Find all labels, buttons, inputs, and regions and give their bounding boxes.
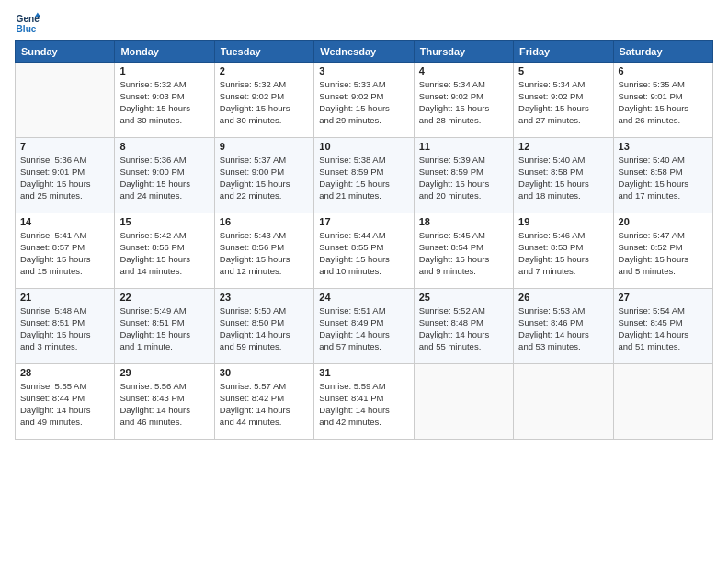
- calendar-cell: 11Sunrise: 5:39 AM Sunset: 8:59 PM Dayli…: [414, 138, 513, 213]
- calendar-cell: 16Sunrise: 5:43 AM Sunset: 8:56 PM Dayli…: [214, 213, 313, 289]
- calendar-week-2: 7Sunrise: 5:36 AM Sunset: 9:01 PM Daylig…: [16, 138, 713, 213]
- calendar-cell: 23Sunrise: 5:50 AM Sunset: 8:50 PM Dayli…: [214, 289, 313, 364]
- day-number: 28: [20, 367, 109, 378]
- day-info: Sunrise: 5:38 AM Sunset: 8:59 PM Dayligh…: [319, 154, 408, 201]
- calendar-cell: 31Sunrise: 5:59 AM Sunset: 8:41 PM Dayli…: [314, 364, 414, 440]
- day-number: 9: [220, 141, 309, 152]
- day-info: Sunrise: 5:47 AM Sunset: 8:52 PM Dayligh…: [619, 229, 708, 277]
- calendar-cell: 18Sunrise: 5:45 AM Sunset: 8:54 PM Dayli…: [414, 213, 513, 289]
- day-number: 27: [619, 292, 708, 303]
- logo: General Blue: [15, 11, 42, 37]
- day-info: Sunrise: 5:35 AM Sunset: 9:01 PM Dayligh…: [619, 78, 708, 126]
- weekday-header-sunday: Sunday: [16, 41, 115, 63]
- day-number: 5: [518, 65, 608, 76]
- day-number: 1: [119, 65, 209, 76]
- calendar-cell: 12Sunrise: 5:40 AM Sunset: 8:58 PM Dayli…: [514, 138, 613, 213]
- calendar-cell: [514, 364, 613, 440]
- day-number: 22: [119, 292, 209, 303]
- calendar-cell: 27Sunrise: 5:54 AM Sunset: 8:45 PM Dayli…: [613, 289, 712, 364]
- calendar-cell: 15Sunrise: 5:42 AM Sunset: 8:56 PM Dayli…: [115, 213, 214, 289]
- calendar-cell: 24Sunrise: 5:51 AM Sunset: 8:49 PM Dayli…: [314, 289, 414, 364]
- calendar-cell: 6Sunrise: 5:35 AM Sunset: 9:01 PM Daylig…: [613, 63, 712, 138]
- calendar-cell: [16, 63, 115, 138]
- day-number: 8: [119, 141, 209, 152]
- day-number: 29: [119, 367, 209, 378]
- day-number: 14: [20, 216, 109, 227]
- calendar-cell: 4Sunrise: 5:34 AM Sunset: 9:02 PM Daylig…: [414, 63, 513, 138]
- calendar-cell: 17Sunrise: 5:44 AM Sunset: 8:55 PM Dayli…: [314, 213, 414, 289]
- day-info: Sunrise: 5:55 AM Sunset: 8:44 PM Dayligh…: [20, 380, 109, 428]
- weekday-header-saturday: Saturday: [613, 41, 712, 63]
- day-number: 13: [619, 141, 708, 152]
- day-number: 10: [319, 141, 408, 152]
- weekday-header-monday: Monday: [115, 41, 214, 63]
- calendar-cell: 9Sunrise: 5:37 AM Sunset: 9:00 PM Daylig…: [214, 138, 313, 213]
- day-info: Sunrise: 5:40 AM Sunset: 8:58 PM Dayligh…: [518, 154, 608, 201]
- calendar-cell: 2Sunrise: 5:32 AM Sunset: 9:02 PM Daylig…: [214, 63, 313, 138]
- day-info: Sunrise: 5:53 AM Sunset: 8:46 PM Dayligh…: [518, 304, 608, 352]
- day-info: Sunrise: 5:50 AM Sunset: 8:50 PM Dayligh…: [220, 304, 309, 352]
- calendar-cell: [613, 364, 712, 440]
- day-number: 16: [220, 216, 309, 227]
- calendar-cell: 5Sunrise: 5:34 AM Sunset: 9:02 PM Daylig…: [514, 63, 613, 138]
- day-number: 11: [419, 141, 508, 152]
- day-number: 21: [20, 292, 109, 303]
- calendar-cell: 20Sunrise: 5:47 AM Sunset: 8:52 PM Dayli…: [613, 213, 712, 289]
- calendar-cell: 1Sunrise: 5:32 AM Sunset: 9:03 PM Daylig…: [115, 63, 214, 138]
- day-info: Sunrise: 5:49 AM Sunset: 8:51 PM Dayligh…: [119, 304, 209, 352]
- calendar-table: SundayMondayTuesdayWednesdayThursdayFrid…: [15, 40, 713, 440]
- calendar-week-5: 28Sunrise: 5:55 AM Sunset: 8:44 PM Dayli…: [16, 364, 713, 440]
- calendar-cell: 30Sunrise: 5:57 AM Sunset: 8:42 PM Dayli…: [214, 364, 313, 440]
- weekday-header-wednesday: Wednesday: [314, 41, 414, 63]
- calendar-cell: 28Sunrise: 5:55 AM Sunset: 8:44 PM Dayli…: [16, 364, 115, 440]
- day-info: Sunrise: 5:34 AM Sunset: 9:02 PM Dayligh…: [419, 78, 508, 126]
- day-number: 25: [419, 292, 508, 303]
- calendar-cell: 22Sunrise: 5:49 AM Sunset: 8:51 PM Dayli…: [115, 289, 214, 364]
- day-info: Sunrise: 5:32 AM Sunset: 9:02 PM Dayligh…: [220, 78, 309, 126]
- logo-icon: General Blue: [15, 11, 40, 37]
- day-number: 6: [619, 65, 708, 76]
- day-info: Sunrise: 5:46 AM Sunset: 8:53 PM Dayligh…: [518, 229, 608, 277]
- calendar-cell: 29Sunrise: 5:56 AM Sunset: 8:43 PM Dayli…: [115, 364, 214, 440]
- day-info: Sunrise: 5:39 AM Sunset: 8:59 PM Dayligh…: [419, 154, 508, 201]
- day-info: Sunrise: 5:48 AM Sunset: 8:51 PM Dayligh…: [20, 304, 109, 352]
- calendar-cell: 13Sunrise: 5:40 AM Sunset: 8:58 PM Dayli…: [613, 138, 712, 213]
- calendar-week-4: 21Sunrise: 5:48 AM Sunset: 8:51 PM Dayli…: [16, 289, 713, 364]
- weekday-header-thursday: Thursday: [414, 41, 513, 63]
- day-info: Sunrise: 5:59 AM Sunset: 8:41 PM Dayligh…: [319, 380, 408, 428]
- day-number: 15: [119, 216, 209, 227]
- day-number: 18: [419, 216, 508, 227]
- day-number: 19: [518, 216, 608, 227]
- day-number: 31: [319, 367, 408, 378]
- calendar-cell: 14Sunrise: 5:41 AM Sunset: 8:57 PM Dayli…: [16, 213, 115, 289]
- calendar-cell: 19Sunrise: 5:46 AM Sunset: 8:53 PM Dayli…: [514, 213, 613, 289]
- calendar-cell: 10Sunrise: 5:38 AM Sunset: 8:59 PM Dayli…: [314, 138, 414, 213]
- day-info: Sunrise: 5:56 AM Sunset: 8:43 PM Dayligh…: [119, 380, 209, 428]
- day-number: 23: [220, 292, 309, 303]
- calendar-cell: 21Sunrise: 5:48 AM Sunset: 8:51 PM Dayli…: [16, 289, 115, 364]
- day-number: 17: [319, 216, 408, 227]
- svg-text:Blue: Blue: [17, 24, 37, 34]
- day-info: Sunrise: 5:43 AM Sunset: 8:56 PM Dayligh…: [220, 229, 309, 277]
- calendar-cell: 26Sunrise: 5:53 AM Sunset: 8:46 PM Dayli…: [514, 289, 613, 364]
- calendar-cell: 7Sunrise: 5:36 AM Sunset: 9:01 PM Daylig…: [16, 138, 115, 213]
- day-info: Sunrise: 5:34 AM Sunset: 9:02 PM Dayligh…: [518, 78, 608, 126]
- day-info: Sunrise: 5:32 AM Sunset: 9:03 PM Dayligh…: [119, 78, 209, 126]
- day-number: 26: [518, 292, 608, 303]
- day-number: 12: [518, 141, 608, 152]
- day-info: Sunrise: 5:41 AM Sunset: 8:57 PM Dayligh…: [20, 229, 109, 277]
- day-info: Sunrise: 5:33 AM Sunset: 9:02 PM Dayligh…: [319, 78, 408, 126]
- day-info: Sunrise: 5:40 AM Sunset: 8:58 PM Dayligh…: [619, 154, 708, 201]
- day-info: Sunrise: 5:52 AM Sunset: 8:48 PM Dayligh…: [419, 304, 508, 352]
- weekday-header-tuesday: Tuesday: [214, 41, 313, 63]
- calendar-cell: 8Sunrise: 5:36 AM Sunset: 9:00 PM Daylig…: [115, 138, 214, 213]
- weekday-header-friday: Friday: [514, 41, 613, 63]
- day-info: Sunrise: 5:44 AM Sunset: 8:55 PM Dayligh…: [319, 229, 408, 277]
- day-info: Sunrise: 5:36 AM Sunset: 9:00 PM Dayligh…: [119, 154, 209, 201]
- calendar-week-1: 1Sunrise: 5:32 AM Sunset: 9:03 PM Daylig…: [16, 63, 713, 138]
- day-info: Sunrise: 5:37 AM Sunset: 9:00 PM Dayligh…: [220, 154, 309, 201]
- header: General Blue: [15, 11, 713, 37]
- day-info: Sunrise: 5:57 AM Sunset: 8:42 PM Dayligh…: [220, 380, 309, 428]
- day-number: 3: [319, 65, 408, 76]
- day-number: 20: [619, 216, 708, 227]
